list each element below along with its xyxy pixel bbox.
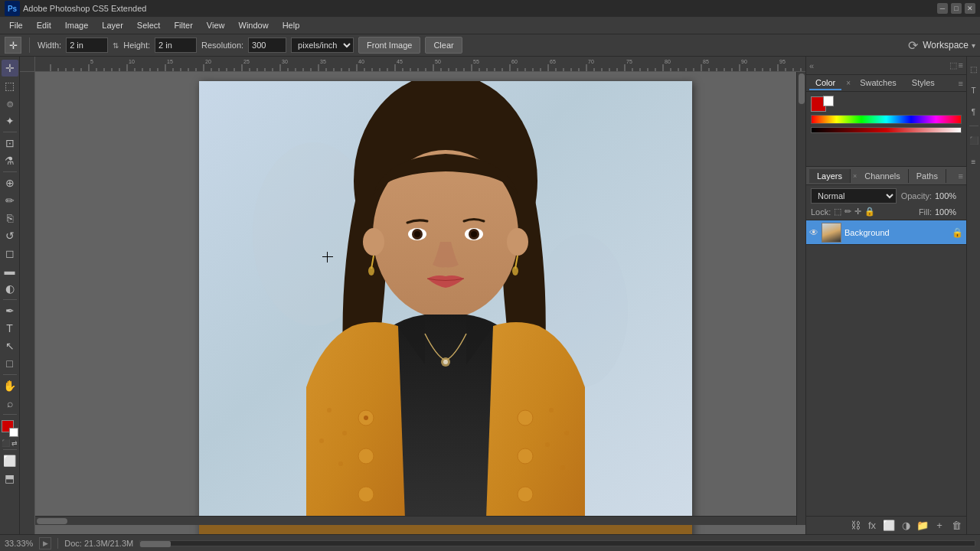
brush-tool[interactable]: ✏	[2, 192, 18, 209]
close-button[interactable]: ✕	[965, 3, 975, 14]
menu-filter[interactable]: Filter	[168, 19, 198, 31]
scroll-thumb-horizontal[interactable]	[37, 518, 67, 524]
default-colors-icon[interactable]: ⬛	[2, 439, 10, 447]
tab-layers[interactable]: Layers	[809, 169, 851, 183]
path-select-tool[interactable]: ↖	[2, 337, 18, 354]
menu-file[interactable]: File	[3, 19, 29, 31]
zoom-status-btn[interactable]: ▶	[39, 537, 51, 549]
menu-image[interactable]: Image	[59, 19, 95, 31]
color-panel-menu[interactable]: ≡	[959, 79, 963, 88]
lock-transparent-icon[interactable]: ⬚	[834, 207, 841, 217]
rstrip-btn-5[interactable]: ≡	[969, 152, 979, 171]
horizontal-scrollbar[interactable]	[35, 516, 796, 525]
shape-tool[interactable]: □	[2, 355, 18, 372]
tab-paths[interactable]: Paths	[909, 169, 946, 183]
rstrip-btn-1[interactable]: ⬚	[969, 60, 979, 78]
svg-point-147	[327, 408, 332, 412]
lock-position-icon[interactable]: ✛	[854, 207, 861, 217]
quick-mask-btn[interactable]: ⬜	[2, 452, 18, 469]
hand-tool[interactable]: ✋	[2, 377, 18, 394]
delete-layer-btn[interactable]: 🗑	[949, 519, 963, 533]
width-arrow[interactable]: ⇅	[113, 41, 119, 50]
fill-value[interactable]: 100%	[935, 207, 962, 217]
options-tool-icon[interactable]: ✛	[5, 37, 21, 54]
color-spectrum-bar[interactable]	[811, 115, 962, 124]
zoom-tool[interactable]: ⌕	[2, 395, 18, 412]
menu-select[interactable]: Select	[131, 19, 167, 31]
adjustment-layer-btn[interactable]: ◑	[899, 519, 913, 533]
blend-mode-select[interactable]: Normal Dissolve Multiply Screen Overlay	[811, 188, 897, 204]
bottom-scrollbar[interactable]	[139, 539, 975, 548]
new-group-btn[interactable]: 📁	[916, 519, 929, 533]
stamp-tool[interactable]: ⎘	[2, 210, 18, 227]
rstrip-btn-4[interactable]: ⬛	[969, 131, 979, 149]
bg-color-swatch[interactable]	[823, 96, 834, 106]
minimize-button[interactable]: ─	[937, 3, 948, 14]
maximize-button[interactable]: □	[951, 3, 962, 14]
workspace-dropdown[interactable]: Workspace ▾	[923, 40, 975, 51]
rstrip-btn-2[interactable]: T	[969, 81, 979, 99]
screen-mode-btn[interactable]: ⬒	[2, 470, 18, 487]
panel-icon-2[interactable]: ≡	[959, 60, 963, 70]
eraser-tool[interactable]: ◻	[2, 245, 18, 262]
scroll-thumb-bottom[interactable]	[140, 541, 171, 547]
opacity-value[interactable]: 100%	[935, 191, 962, 201]
color-panel-tabs: Color × Swatches Styles ≡	[806, 75, 966, 92]
layers-panel-menu[interactable]: ≡	[959, 171, 963, 181]
rotate-canvas-btn[interactable]: ⟳	[908, 38, 918, 53]
front-image-button[interactable]: Front Image	[358, 37, 420, 54]
svg-text:15: 15	[167, 59, 173, 64]
menu-layer[interactable]: Layer	[96, 19, 129, 31]
text-tool[interactable]: T	[2, 320, 18, 337]
resolution-input[interactable]	[248, 37, 286, 53]
layer-visibility-icon[interactable]: 👁	[809, 227, 818, 238]
width-input[interactable]	[66, 37, 108, 53]
quick-select-tool[interactable]: ✦	[2, 112, 18, 129]
resolution-unit-select[interactable]: pixels/inch pixels/cm	[291, 37, 354, 53]
document-canvas[interactable]	[199, 81, 692, 534]
scroll-track[interactable]	[139, 540, 975, 546]
collapse-all-btn[interactable]: «	[809, 61, 814, 70]
height-input[interactable]	[155, 37, 197, 53]
pen-tool[interactable]: ✒	[2, 302, 18, 319]
tab-color[interactable]: Color	[809, 77, 841, 90]
menu-edit[interactable]: Edit	[31, 19, 57, 31]
gradient-tool[interactable]: ▬	[2, 262, 18, 279]
tab-color-close[interactable]: ×	[846, 79, 851, 87]
menu-window[interactable]: Window	[233, 19, 275, 31]
move-tool[interactable]: ✛	[2, 60, 18, 77]
eyedropper-tool[interactable]: ⚗	[2, 152, 18, 169]
panel-icon-1[interactable]: ⬚	[949, 60, 957, 70]
marquee-tool[interactable]: ⬚	[2, 77, 18, 94]
switch-colors-icon[interactable]: ⇄	[11, 439, 18, 447]
table-row[interactable]: 👁 Background 🔒	[806, 220, 966, 245]
dodge-tool[interactable]: ◐	[2, 280, 18, 297]
crop-tool[interactable]: ⊡	[2, 135, 18, 152]
lock-pixels-icon[interactable]: ✏	[844, 207, 851, 217]
scroll-thumb-vertical[interactable]	[799, 73, 805, 104]
status-bar: 33.33% ▶ Doc: 21.3M/21.3M	[0, 534, 980, 551]
tab-swatches[interactable]: Swatches	[854, 77, 903, 90]
clear-button[interactable]: Clear	[425, 37, 462, 54]
foreground-color-swatch[interactable]	[2, 420, 18, 437]
tab-channels[interactable]: Channels	[857, 169, 908, 183]
layer-list: 👁 Background 🔒	[806, 220, 966, 516]
menu-help[interactable]: Help	[276, 19, 306, 31]
zoom-display[interactable]: 33.33%	[5, 539, 33, 548]
vertical-scrollbar[interactable]	[796, 72, 805, 525]
color-value-bar[interactable]	[811, 127, 962, 133]
rstrip-btn-3[interactable]: ¶	[969, 103, 979, 121]
svg-text:95: 95	[779, 59, 786, 64]
history-brush-tool[interactable]: ↺	[2, 227, 18, 244]
new-layer-btn[interactable]: +	[933, 519, 946, 533]
healing-tool[interactable]: ⊕	[2, 174, 18, 191]
menu-view[interactable]: View	[201, 19, 231, 31]
lasso-tool[interactable]: ⌾	[2, 95, 18, 112]
lock-all-icon[interactable]: 🔒	[864, 207, 875, 217]
window-controls[interactable]: ─ □ ✕	[937, 3, 975, 14]
layer-style-btn[interactable]: fx	[865, 519, 879, 533]
tab-styles[interactable]: Styles	[906, 77, 941, 90]
canvas-area[interactable]: 5101520253035404550556065707580859095100	[20, 57, 805, 534]
layer-mask-btn[interactable]: ⬜	[882, 519, 896, 533]
link-layers-btn[interactable]: ⛓	[848, 519, 862, 533]
